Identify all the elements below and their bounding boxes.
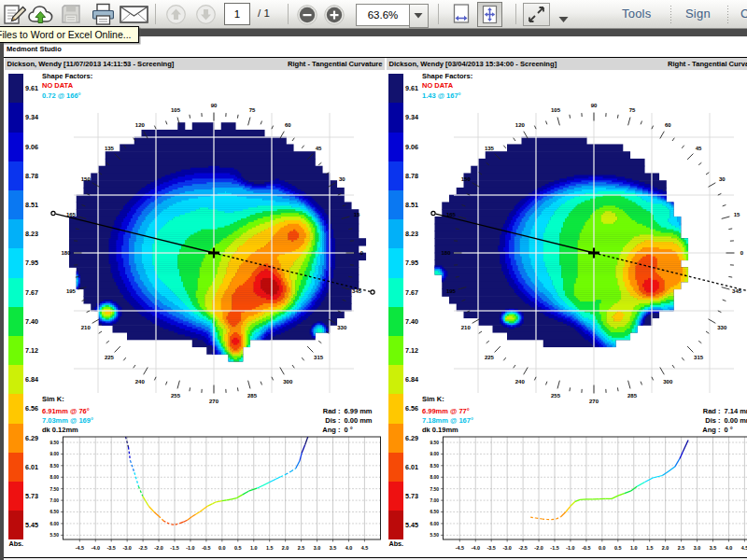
svg-text:3.5: 3.5 — [330, 545, 337, 551]
color-scale-block — [8, 511, 23, 539]
simk-flat: 6.99mm @ 77° — [422, 407, 470, 415]
svg-text:-1.5: -1.5 — [550, 545, 558, 551]
email-icon[interactable] — [120, 6, 148, 27]
svg-text:150: 150 — [461, 176, 472, 182]
svg-text:195: 195 — [66, 288, 77, 294]
color-scale-block — [388, 336, 403, 365]
zoom-in-icon[interactable] — [324, 5, 345, 29]
svg-text:7.50: 7.50 — [49, 487, 59, 492]
svg-text:180: 180 — [441, 250, 451, 256]
panel-header: Dickson, Wendy [11/07/2013 14:11:53 - Sc… — [5, 58, 386, 70]
svg-text:3.5: 3.5 — [710, 545, 717, 551]
zoom-dropdown-button[interactable] — [409, 4, 429, 28]
svg-text:9.50: 9.50 — [430, 441, 439, 445]
color-scale-block — [8, 161, 23, 190]
color-scale-block — [388, 219, 403, 248]
fit-width-icon[interactable] — [452, 4, 471, 30]
svg-text:4.5: 4.5 — [361, 545, 369, 551]
svg-text:135: 135 — [485, 146, 495, 151]
svg-text:-1.0: -1.0 — [186, 545, 194, 551]
color-scale-block — [388, 482, 403, 511]
report-panel: Dickson, Wendy [03/04/2013 15:34:00 - Sc… — [385, 36, 747, 560]
page-up-icon — [166, 5, 186, 28]
svg-text:-1.0: -1.0 — [566, 545, 574, 551]
comment-button[interactable]: Comment — [740, 7, 747, 21]
svg-text:2.0: 2.0 — [662, 545, 669, 551]
svg-text:6.00: 6.00 — [49, 522, 59, 526]
svg-text:7.00: 7.00 — [430, 498, 439, 503]
svg-text:240: 240 — [515, 378, 526, 384]
sign-button[interactable]: Sign — [685, 7, 711, 21]
svg-text:180: 180 — [61, 250, 71, 256]
color-scale-block — [388, 74, 403, 103]
svg-text:0.0: 0.0 — [599, 545, 606, 551]
svg-text:120: 120 — [135, 121, 146, 127]
zoom-out-icon[interactable] — [297, 5, 317, 29]
pdf-page: Medmont Studio Dickson, Wendy [11/07/201… — [4, 36, 747, 560]
svg-text:2.5: 2.5 — [298, 545, 305, 551]
cursor-dis: Dis :0.00 mm — [698, 416, 747, 425]
shape-factors-label: Shape Factors: — [422, 72, 472, 80]
svg-text:6.50: 6.50 — [430, 510, 439, 514]
svg-text:1.0: 1.0 — [630, 545, 638, 551]
svg-text:7.50: 7.50 — [430, 487, 439, 492]
color-scale-block — [8, 219, 23, 248]
svg-text:1.5: 1.5 — [266, 545, 274, 551]
svg-text:270: 270 — [589, 398, 599, 403]
simk-label: Sim K: — [42, 395, 64, 403]
page-number-input[interactable]: 1 — [224, 3, 250, 25]
patient-exam-label: Dickson, Wendy [03/04/2013 15:34:00 - Sc… — [389, 60, 557, 68]
svg-text:45: 45 — [696, 146, 702, 151]
color-scale-block — [8, 133, 23, 161]
color-scale-block — [388, 248, 403, 277]
svg-text:30: 30 — [719, 176, 726, 182]
topography-map: 0153045607590105120135150165180195210225… — [42, 81, 386, 425]
svg-text:30: 30 — [339, 176, 345, 182]
svg-text:-2.0: -2.0 — [534, 545, 543, 551]
svg-text:0.5: 0.5 — [234, 545, 241, 551]
svg-text:15: 15 — [354, 212, 360, 217]
fullscreen-button[interactable] — [523, 3, 550, 26]
color-scale-block — [388, 133, 403, 161]
height-profile-chart: 9.509.008.508.007.507.006.506.005.50-4.5… — [42, 432, 386, 559]
svg-text:2.5: 2.5 — [678, 545, 685, 551]
color-scale-block — [388, 307, 403, 336]
svg-text:105: 105 — [551, 107, 561, 113]
toolbar: 1/ 163.6%ToolsSignComment — [0, 0, 747, 29]
svg-text:285: 285 — [247, 393, 258, 399]
svg-text:-4.5: -4.5 — [456, 545, 464, 551]
save-icon[interactable] — [61, 4, 81, 28]
color-scale-block — [8, 394, 23, 423]
svg-text:4.0: 4.0 — [726, 545, 733, 551]
svg-text:-2.5: -2.5 — [138, 545, 147, 551]
toolbar-separator — [155, 4, 156, 24]
tools-button[interactable]: Tools — [622, 7, 651, 21]
toolbar-separator — [288, 4, 289, 24]
svg-text:-4.5: -4.5 — [76, 545, 84, 551]
svg-text:75: 75 — [629, 107, 636, 113]
svg-text:300: 300 — [283, 378, 293, 384]
zoom-level-input[interactable]: 63.6% — [356, 4, 410, 26]
color-scale-block — [8, 336, 23, 365]
svg-text:255: 255 — [171, 393, 181, 399]
chevron-down-icon[interactable] — [558, 10, 569, 27]
svg-text:3.0: 3.0 — [694, 545, 701, 551]
svg-text:-2.5: -2.5 — [518, 545, 527, 551]
svg-text:210: 210 — [461, 324, 472, 329]
svg-text:105: 105 — [171, 107, 181, 113]
svg-text:240: 240 — [135, 378, 146, 384]
svg-text:330: 330 — [717, 324, 727, 329]
svg-text:315: 315 — [694, 355, 704, 360]
scale-mode-label: Abs. — [389, 539, 404, 548]
svg-text:9.00: 9.00 — [49, 452, 59, 456]
svg-text:1.5: 1.5 — [646, 545, 654, 551]
svg-text:120: 120 — [515, 121, 526, 127]
svg-text:135: 135 — [105, 146, 115, 151]
color-scale-block — [388, 424, 403, 453]
panel-header: Dickson, Wendy [03/04/2013 15:34:00 - Sc… — [385, 58, 747, 70]
svg-text:1.0: 1.0 — [250, 545, 258, 551]
svg-text:0.5: 0.5 — [614, 545, 622, 551]
fit-page-button[interactable] — [477, 2, 502, 27]
svg-text:15: 15 — [734, 212, 740, 217]
svg-text:-0.5: -0.5 — [582, 545, 590, 551]
